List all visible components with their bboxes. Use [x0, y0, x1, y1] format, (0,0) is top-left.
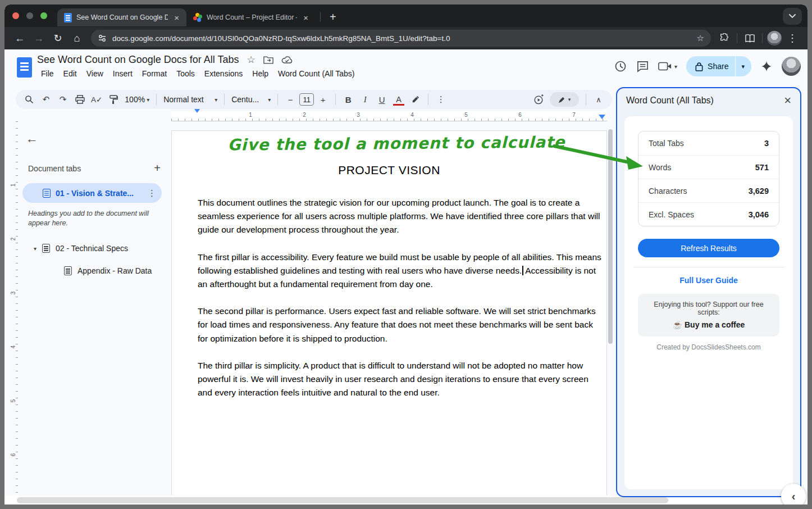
menu-insert[interactable]: Insert — [109, 68, 136, 79]
support-text: Enjoying this tool? Support our free scr… — [644, 301, 774, 316]
highlight-color-icon[interactable] — [408, 92, 423, 107]
tab-options-icon[interactable]: ⋮ — [148, 188, 156, 198]
divider — [156, 94, 157, 105]
browser-profile-avatar[interactable] — [767, 31, 782, 46]
motion-timer-icon[interactable] — [531, 92, 546, 107]
vertical-ruler[interactable]: 1 2 3 4 5 6 — [7, 121, 18, 505]
comments-icon[interactable] — [636, 60, 649, 73]
add-document-tab-button[interactable]: + — [154, 162, 161, 175]
video-camera-icon — [658, 61, 672, 71]
minimize-window-button[interactable] — [26, 12, 33, 19]
horizontal-ruler[interactable]: 1 2 3 4 5 6 7 — [171, 111, 607, 121]
extensions-puzzle-icon[interactable] — [717, 30, 732, 46]
full-user-guide-link[interactable]: Full User Guide — [638, 276, 779, 285]
reading-list-book-icon[interactable] — [742, 30, 758, 46]
sidebar-item-vision-strategy[interactable]: 01 - Vision & Strate... ⋮ — [22, 183, 162, 203]
move-to-folder-icon[interactable] — [263, 56, 273, 64]
underline-button[interactable]: U — [374, 92, 390, 107]
browser-tab-script-editor[interactable]: Word Count – Project Editor – × — [186, 8, 316, 26]
sidebar-item-appendix-raw-data[interactable]: Appendix - Raw Data — [64, 266, 152, 275]
menu-help[interactable]: Help — [248, 68, 272, 79]
document-page[interactable]: Give the tool a moment to calculate PROJ… — [171, 130, 607, 502]
paragraph[interactable]: The second pillar is performance. Users … — [198, 305, 603, 346]
editing-mode-select[interactable]: ▾ — [550, 92, 579, 107]
menu-file[interactable]: File — [37, 68, 58, 79]
increase-font-size-button[interactable]: + — [315, 92, 331, 107]
back-icon[interactable]: ← — [11, 30, 28, 47]
menu-word-count-all-tabs[interactable]: Word Count (All Tabs) — [274, 68, 358, 79]
sidebar-item-technical-specs[interactable]: ▾ 02 - Technical Specs — [34, 244, 128, 253]
close-tab-icon[interactable]: × — [302, 13, 310, 22]
italic-button[interactable]: I — [357, 92, 373, 107]
panel-title: Word Count (All Tabs) — [626, 96, 714, 106]
spellcheck-icon[interactable]: A✓ — [89, 92, 104, 107]
decrease-font-size-button[interactable]: − — [282, 92, 298, 107]
fullscreen-window-button[interactable] — [40, 12, 47, 19]
buy-me-a-coffee-link[interactable]: ☕ Buy me a coffee — [644, 320, 774, 329]
document-heading[interactable]: PROJECT VISION — [172, 163, 606, 177]
paint-format-icon[interactable] — [106, 92, 121, 107]
undo-icon[interactable]: ↶ — [38, 92, 54, 107]
share-button[interactable]: Share ▾ — [686, 56, 751, 76]
ruler-number: 6 — [11, 453, 17, 457]
stat-row-characters: Characters 3,629 — [638, 179, 779, 202]
menu-bar: File Edit View Insert Format Tools Exten… — [37, 68, 359, 79]
reload-icon[interactable]: ↻ — [49, 30, 66, 47]
menu-format[interactable]: Format — [138, 68, 171, 79]
font-size-input[interactable]: 11 — [299, 93, 314, 106]
menu-view[interactable]: View — [83, 68, 107, 79]
new-tab-button[interactable]: + — [325, 11, 341, 24]
text-color-button[interactable]: A — [391, 92, 407, 107]
sidebar-title: Document tabs — [28, 164, 81, 173]
menu-edit[interactable]: Edit — [60, 68, 81, 79]
tab-search-button[interactable] — [783, 8, 802, 25]
zoom-select[interactable]: 100%▾ — [122, 92, 152, 107]
chevron-left-icon: ‹ — [792, 490, 796, 503]
account-avatar[interactable] — [782, 57, 801, 76]
font-family-select[interactable]: Centu...▾ — [229, 92, 273, 107]
close-window-button[interactable] — [12, 12, 19, 19]
paragraph[interactable]: The third pillar is simplicity. A produc… — [198, 359, 603, 400]
bookmark-star-icon[interactable]: ☆ — [697, 33, 704, 43]
stat-label: Words — [649, 163, 671, 172]
google-docs-logo[interactable] — [17, 57, 32, 78]
collapse-side-panel-button[interactable]: ‹ — [781, 484, 806, 505]
back-arrow-icon[interactable]: ← — [26, 131, 38, 146]
paragraph[interactable]: The first pillar is accessibility. Every… — [198, 251, 603, 292]
redo-icon[interactable]: ↷ — [55, 92, 71, 107]
paragraph-styles-select[interactable]: Normal text▾ — [161, 92, 220, 107]
browser-menu-icon[interactable]: ⋮ — [784, 30, 801, 47]
gemini-icon[interactable] — [760, 60, 773, 72]
expand-caret-icon[interactable]: ▾ — [34, 246, 37, 252]
browser-tab-docs[interactable]: See Word Count on Google D × — [57, 8, 186, 26]
menu-extensions[interactable]: Extensions — [200, 68, 247, 79]
menu-tools[interactable]: Tools — [172, 68, 199, 79]
stat-row-words: Words 571 — [638, 155, 779, 179]
close-panel-icon[interactable]: × — [784, 95, 791, 106]
refresh-results-button[interactable]: Refresh Results — [638, 239, 779, 257]
home-icon[interactable]: ⌂ — [69, 30, 85, 47]
site-settings-icon[interactable] — [98, 34, 107, 43]
more-toolbar-options-icon[interactable]: ⋮ — [433, 92, 449, 107]
paragraph[interactable]: This document outlines the strategic vis… — [198, 196, 603, 237]
bold-button[interactable]: B — [340, 92, 356, 107]
hide-menus-button[interactable]: ∧ — [591, 92, 606, 107]
version-history-icon[interactable] — [614, 60, 627, 73]
join-call-button[interactable]: ▾ — [658, 61, 677, 71]
close-tab-icon[interactable]: × — [172, 13, 181, 22]
search-menus-button[interactable] — [21, 92, 37, 107]
forward-icon[interactable]: → — [30, 30, 47, 47]
document-title[interactable]: See Word Count on Google Docs for All Ta… — [37, 54, 239, 66]
address-bar[interactable]: docs.google.com/document/d/10USl0oQOa0Nz… — [91, 30, 711, 47]
right-indent-marker[interactable] — [599, 115, 605, 119]
url-text[interactable]: docs.google.com/document/d/10USl0oQOa0Nz… — [112, 34, 691, 43]
stats-box: Total Tabs 3 Words 571 Characters 3,629 … — [638, 131, 779, 226]
document-body[interactable]: This document outlines the strategic vis… — [198, 196, 603, 413]
horizontal-scrollbar[interactable] — [17, 497, 668, 503]
sidebar-item-label: 01 - Vision & Strate... — [56, 189, 143, 198]
print-icon[interactable] — [72, 92, 88, 107]
star-document-icon[interactable]: ☆ — [247, 54, 256, 66]
document-scrollbar[interactable] — [608, 129, 613, 344]
share-dropdown-caret[interactable]: ▾ — [736, 63, 751, 70]
cloud-saved-icon[interactable] — [281, 56, 293, 64]
